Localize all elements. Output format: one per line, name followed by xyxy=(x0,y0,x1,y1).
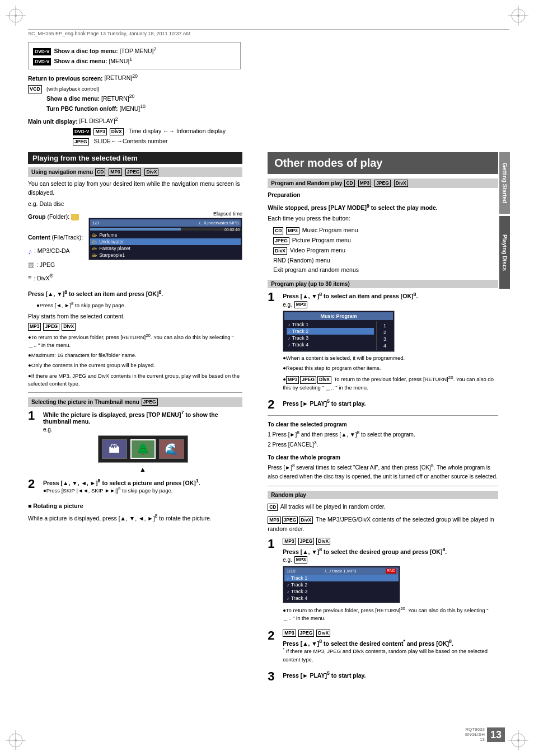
thumb-step2-skip: ●Press [SKIP |◄◄, SKIP ►►|]5 to skip pag… xyxy=(43,486,242,495)
svg-point-15 xyxy=(517,739,519,741)
rand-step1-tags: MP3 JPEG DivX xyxy=(283,538,498,545)
file-header: SC_MH155 EP_eng.book Page 13 Tuesday, Ja… xyxy=(28,29,509,36)
random-play-header: Random play xyxy=(268,491,498,499)
other-modes-title: Other modes of play xyxy=(268,152,498,174)
bullet-current-group: ●Only the contents in the current group … xyxy=(28,361,242,369)
divider-1 xyxy=(28,392,242,393)
svg-point-11 xyxy=(15,739,17,741)
bullet-max-chars: ●Maximum: 16 characters for file/folder … xyxy=(28,351,242,359)
press-skip-page: ●Press [◄, ►]8 to skip page by page. xyxy=(36,300,242,309)
divx-tag: DivX xyxy=(144,168,158,176)
rand-step2-tags: MP3 JPEG DivX xyxy=(283,630,498,637)
thumb-menu-header: Selecting the picture in Thumbnail menu … xyxy=(28,397,242,407)
corner-decoration-tl xyxy=(4,4,27,27)
show-disc-menu-text: Show a disc menu: [MENU]1 xyxy=(54,58,132,64)
clear-step2: 2 Press [CANCEL]3. xyxy=(268,439,498,449)
clear-step1: 1 Press [►]8 and then press [▲, ▼]8 to s… xyxy=(268,429,498,439)
corner-decoration-bl xyxy=(4,729,27,752)
rand-bullet1: ●To return to the previous folder, press… xyxy=(283,605,498,623)
mp3-jpeg-divx-tags: MP3 JPEG DivX xyxy=(28,323,242,330)
bullet-mp3-jpeg-divx: ●If there are MP3, JPEG and DivX content… xyxy=(28,372,242,388)
rand-step2-note: * If there are MP3, JPEG and DivX conten… xyxy=(283,646,498,664)
thumb-step1-title: While the picture is displayed, press [T… xyxy=(43,410,242,425)
each-time-text: Each time you press the button: xyxy=(268,214,498,223)
return-label: Return to previous screen: xyxy=(28,74,103,81)
rotate-title: ■ Rotating a picture xyxy=(28,502,242,511)
mp3-tag: MP3 xyxy=(109,168,121,176)
prog-step2-title: Press [► PLAY]5 to start play. xyxy=(283,398,498,407)
nav-intro-text: You can select to play from your desired… xyxy=(28,180,242,198)
prog-bullet1: ●When a content is selected, it will be … xyxy=(283,354,498,362)
cd-tag: CD xyxy=(95,168,105,176)
dvd-mp3-divx-row: DVD-V MP3 DivX Time display ←→ Informati… xyxy=(73,127,509,136)
rand-step-2: 2 MP3 JPEG DivX Press [▲, ▼]8 to select … xyxy=(268,630,498,666)
prog-play-header: Program play (up to 30 items) xyxy=(268,280,498,288)
svg-point-3 xyxy=(15,15,17,17)
clear-whole-text: Press [►]8 several times to select "Clea… xyxy=(268,462,498,481)
prog-step1-title: Press [▲, ▼]8 to select an item and pres… xyxy=(283,291,498,299)
prog-bullet3: ●MP3JPEGDivX To return to the previous f… xyxy=(283,374,498,392)
prog-step-1: 1 Press [▲, ▼]8 to select an item and pr… xyxy=(268,291,498,394)
main-unit-label: Main unit display: xyxy=(28,118,78,124)
playing-discs-tab: Playing Discs xyxy=(499,216,510,289)
bullet-return-folder: ●To return to the previous folder, press… xyxy=(28,332,242,350)
top-section: DVD-V Show a disc top menu: [TOP MENU]7 … xyxy=(28,42,509,145)
bottom-label: RQT9633ENGLISH13 xyxy=(465,727,485,742)
show-top-menu-text: Show a disc top menu: [TOP MENU]7 xyxy=(54,48,156,54)
playing-section-header: Playing from the selected item xyxy=(28,152,242,164)
thumb-arrow-indicator: ▲ xyxy=(43,466,242,473)
thumb-display: 🏔 🌲 🌊 xyxy=(43,435,242,463)
rand-step2-title: Press [▲, ▼]8 to select the desired cont… xyxy=(283,638,498,647)
page-number-box: 13 xyxy=(487,727,505,742)
prog-rand-header: Program and Random play CD MP3 JPEG DivX xyxy=(268,179,498,188)
random-cd-text: CD All tracks will be played in random o… xyxy=(268,502,498,511)
return-key: [RETURN]20 xyxy=(105,74,138,81)
side-tabs: Getting Started Playing Discs xyxy=(499,152,514,289)
thumb-step-1: 1 While the picture is displayed, press … xyxy=(28,410,242,473)
jpeg-tag: JPEG xyxy=(125,168,142,176)
preparation-label: Preparation xyxy=(268,191,498,200)
clear-whole-title: To clear the whole program xyxy=(268,453,498,462)
svg-point-7 xyxy=(517,15,519,17)
thumb-step2-title: Press [▲, ▼, ◄, ►]8 to select a picture … xyxy=(43,478,242,486)
clear-selected-title: To clear the selected program xyxy=(268,420,498,429)
rnd-display: 1/10 /.../Track 1.MP3 RND ♪Track 1 ♪Trac… xyxy=(283,566,400,603)
group-content-labels: Group (Folder): Content (File/Track): ♪ … xyxy=(28,211,83,284)
vcd-section: (with playback control) Show a disc menu… xyxy=(46,85,146,114)
vcd-tag: VCD xyxy=(28,85,42,94)
rand-step1-title: Press [▲, ▼]8 to select the desired grou… xyxy=(283,547,498,555)
nav-menu-header: Using navigation menu CD MP3 JPEG DivX xyxy=(28,167,242,177)
eg-data-disc: e.g. Data disc xyxy=(28,200,242,209)
play-starts-text: Play starts from the selected content. xyxy=(28,312,242,321)
music-prog-display: Music Program ♪Track 1 ♪Track 2 ♪Track 3… xyxy=(283,311,395,352)
dvd-v-tag-2: DVD-V xyxy=(33,58,51,65)
divider-2 xyxy=(268,415,498,416)
prog-step1-eg: e.g. MP3 xyxy=(283,301,498,308)
dvd-v-tag-1: DVD-V xyxy=(33,48,51,55)
main-unit-key: [FL DISPLAY]2 xyxy=(79,118,118,124)
corner-decoration-br xyxy=(507,729,530,752)
divider-3 xyxy=(268,486,498,486)
rotate-text: While a picture is displayed, press [▲, … xyxy=(28,513,242,523)
thumb-step-2: 2 Press [▲, ▼, ◄, ►]8 to select a pictur… xyxy=(28,478,242,497)
prog-step-2: 2 Press [► PLAY]5 to start play. xyxy=(268,398,498,411)
prog-bullet2: ●Repeat this step to program other items… xyxy=(283,364,498,372)
rand-step-1: 1 MP3 JPEG DivX Press [▲, ▼]8 to select … xyxy=(268,538,498,624)
clear-sections: To clear the selected program 1 Press [►… xyxy=(268,420,498,481)
rand-step-3: 3 Press [► PLAY]5 to start play. xyxy=(268,670,498,683)
prep-instruction: While stopped, press [PLAY MODE]9 to sel… xyxy=(268,202,498,212)
nav-menu-label: Using navigation menu xyxy=(31,169,93,175)
right-column: Getting Started Playing Discs Other mode… xyxy=(268,152,498,687)
rand-step1-eg: e.g. MP3 xyxy=(283,556,498,564)
mode-list: CD MP3 Music Program menu JPEG Picture P… xyxy=(273,226,498,275)
left-column: Playing from the selected item Using nav… xyxy=(28,152,242,687)
thumb-eg-label: e.g. xyxy=(43,426,242,433)
jpeg-slide-row: JPEG SLIDE←→Contents number xyxy=(73,137,509,146)
corner-decoration-tr xyxy=(507,4,530,27)
press-select-item: Press [▲, ▼]8 to select an item and pres… xyxy=(28,288,242,298)
rand-step3-title: Press [► PLAY]5 to start play. xyxy=(283,670,498,679)
random-mp3-text: MP3JPEGDivX The MP3/JPEG/DivX contents o… xyxy=(268,515,498,534)
getting-started-tab: Getting Started xyxy=(499,152,510,214)
rotate-section: ■ Rotating a picture While a picture is … xyxy=(28,502,242,523)
nav-display-container: Elapsed time 1/3 /.../Underwater.MP3 00:… xyxy=(88,211,242,260)
